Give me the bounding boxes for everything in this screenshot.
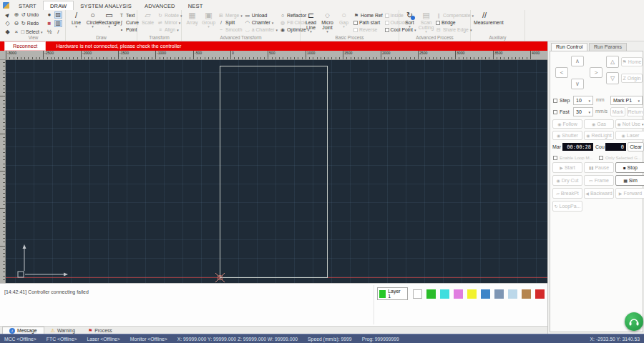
- toggle-redlight-button[interactable]: ◉RedLight: [584, 131, 614, 140]
- select-cursor-icon[interactable]: ▶: [2, 9, 13, 20]
- layer-select-button[interactable]: Layer 1: [377, 287, 408, 300]
- ribbon-group-transform: ▱Scale↻Rotate▾⇌Mirror▾≡Align▾Transform: [137, 10, 182, 41]
- ruler-tick: [3, 261, 5, 262]
- looppa-button[interactable]: ↻LoopPa...: [552, 201, 582, 212]
- bridge-button[interactable]: Bridge: [436, 19, 474, 26]
- split-button[interactable]: /Split: [218, 19, 243, 26]
- assistant-button[interactable]: [625, 312, 643, 331]
- ribbon-group-advanced-transform: ▦Array▣Group▾⊞Merge▾/Split~Smooth▭Unload…: [182, 10, 301, 41]
- select-button[interactable]: □Select▾: [21, 29, 46, 35]
- pause-button[interactable]: ▮▮Pause: [584, 162, 614, 173]
- scale-half-icon[interactable]: ½: [45, 29, 53, 36]
- layer-swatch-1[interactable]: [426, 289, 436, 299]
- layer-swatch-0[interactable]: [413, 289, 422, 299]
- ruler-minor-tick: [275, 57, 276, 59]
- node-edit-icon[interactable]: ◇: [4, 20, 11, 27]
- log-tab-bar: i Message ⚠ Warning ⚑ Process: [0, 326, 547, 334]
- measurement-button[interactable]: //Measurement: [473, 11, 496, 25]
- show-fill-icon[interactable]: ●: [45, 11, 53, 19]
- undo-button[interactable]: ↺Undo: [21, 11, 46, 18]
- ribbon-tab-nest[interactable]: NEST: [182, 1, 210, 10]
- clear-button[interactable]: Clear: [628, 142, 644, 151]
- start-button[interactable]: ▶Start: [552, 162, 582, 173]
- layer-swatch-9[interactable]: [535, 289, 545, 299]
- chevron-down-icon: ∨: [575, 81, 580, 87]
- view-toggle-1-icon[interactable]: ▨: [54, 11, 62, 19]
- toggle-gas-button[interactable]: ◉Gas: [584, 119, 614, 129]
- reconnect-button[interactable]: Reconnect: [4, 41, 46, 51]
- only-selected-checkbox[interactable]: Only Selected G...: [599, 155, 641, 160]
- mark-button[interactable]: Mark: [610, 107, 625, 116]
- return-button[interactable]: Return: [627, 107, 644, 116]
- jog-up-button[interactable]: ∧: [571, 56, 584, 66]
- enable-loop-checkbox[interactable]: Enable Loop M...: [553, 155, 593, 160]
- text-button[interactable]: TText: [119, 12, 139, 19]
- sort-button[interactable]: ↻Sort▾: [401, 11, 418, 28]
- zoom-in-icon[interactable]: ⊕: [12, 11, 20, 19]
- tab-warning[interactable]: ⚠ Warning: [44, 327, 82, 334]
- toggle-not-use-button[interactable]: ◉Not Use▾: [615, 119, 644, 129]
- display-color-icon[interactable]: ■: [45, 20, 53, 27]
- pen-icon[interactable]: /: [54, 29, 62, 36]
- rectangle-button[interactable]: ▭Rectangle▾: [101, 11, 117, 28]
- forward-button[interactable]: ▶Forward: [615, 188, 644, 199]
- circle-button[interactable]: ○Circle▾: [84, 11, 101, 28]
- tab-process[interactable]: ⚑ Process: [82, 327, 119, 334]
- home-ref-button[interactable]: ⚑Home Ref: [353, 12, 383, 19]
- path-start-button[interactable]: Path start: [353, 19, 383, 26]
- line-button[interactable]: /Line▾: [68, 11, 84, 28]
- layer-swatch-5[interactable]: [481, 289, 490, 299]
- ribbon-tab-system-analysis[interactable]: SYSTEM ANALYSIS: [74, 1, 138, 10]
- micro-joint-button[interactable]: ◌Micro Joint▾: [319, 11, 336, 33]
- ruler-minor-tick: [137, 57, 137, 59]
- point-button[interactable]: •Point: [119, 26, 139, 33]
- toggle-shutter-button[interactable]: ◉Shutter: [552, 131, 582, 140]
- chamfer-button[interactable]: ◠Chamfer▾: [245, 19, 278, 26]
- ribbon-tab-advanced[interactable]: ADVANCED: [138, 1, 182, 10]
- delete-icon[interactable]: ×: [12, 29, 20, 36]
- stop-button[interactable]: ■Stop: [615, 162, 644, 173]
- toggle-follow-button[interactable]: ◉Follow: [552, 119, 582, 129]
- lead-line-button[interactable]: ⊏Lead Line▾: [303, 11, 319, 33]
- drawing-canvas[interactable]: [6, 60, 547, 283]
- fast-value-select[interactable]: 30▾: [573, 107, 593, 116]
- view-toggle-2-icon[interactable]: ▥: [54, 20, 62, 27]
- pick-color-icon[interactable]: ◆: [4, 29, 11, 36]
- ruler-tick: [3, 242, 5, 242]
- layer-swatch-3[interactable]: [454, 289, 463, 299]
- fast-checkbox[interactable]: Fast: [553, 109, 570, 114]
- ruler-major-tick: [81, 51, 82, 59]
- unload-button[interactable]: ▭Unload: [245, 12, 278, 19]
- dry-cut-button[interactable]: ◉Dry Cut: [552, 175, 582, 186]
- curve-button[interactable]: ∫Curve: [119, 19, 139, 26]
- layer-swatch-7[interactable]: [508, 289, 517, 299]
- step-value-select[interactable]: 10▾: [573, 96, 593, 105]
- step-checkbox[interactable]: Step: [553, 98, 570, 103]
- toggle-laser-button[interactable]: ◉Laser: [615, 131, 644, 140]
- layer-swatch-6[interactable]: [494, 289, 504, 299]
- zoom-out-icon[interactable]: ⊖: [12, 20, 20, 27]
- z-origin-button[interactable]: Z Origin: [621, 74, 643, 83]
- drawn-rectangle[interactable]: [220, 66, 328, 278]
- layer-swatch-4[interactable]: [467, 289, 477, 299]
- jog-down-button[interactable]: ∨: [571, 79, 584, 89]
- jog-left-button[interactable]: <: [555, 67, 568, 78]
- tab-message[interactable]: i Message: [2, 327, 44, 334]
- breakpt-button[interactable]: ▱BreakPt: [552, 188, 582, 199]
- layer-swatch-2[interactable]: [440, 289, 449, 299]
- jog-right-button[interactable]: >: [590, 67, 602, 78]
- layer-swatch-8[interactable]: [522, 289, 531, 299]
- frame-button[interactable]: ▭Frame: [584, 175, 614, 186]
- sim-label: Sim: [629, 178, 638, 183]
- ribbon-tab-draw[interactable]: DRAW: [43, 1, 74, 10]
- home-button[interactable]: ⚑Home: [621, 57, 643, 66]
- ribbon-tab-start[interactable]: START: [12, 1, 43, 10]
- z-up-button[interactable]: △: [606, 56, 619, 68]
- mark-position-select[interactable]: Mark P1▾: [610, 96, 643, 105]
- sim-button[interactable]: ▦Sim: [615, 175, 644, 186]
- z-down-button[interactable]: ▽: [606, 72, 619, 84]
- backward-button[interactable]: ◀Backward: [584, 188, 614, 199]
- ruler-minor-tick: [391, 57, 392, 59]
- redo-button[interactable]: ↻Redo: [21, 20, 46, 26]
- ruler-minor-tick: [58, 57, 59, 59]
